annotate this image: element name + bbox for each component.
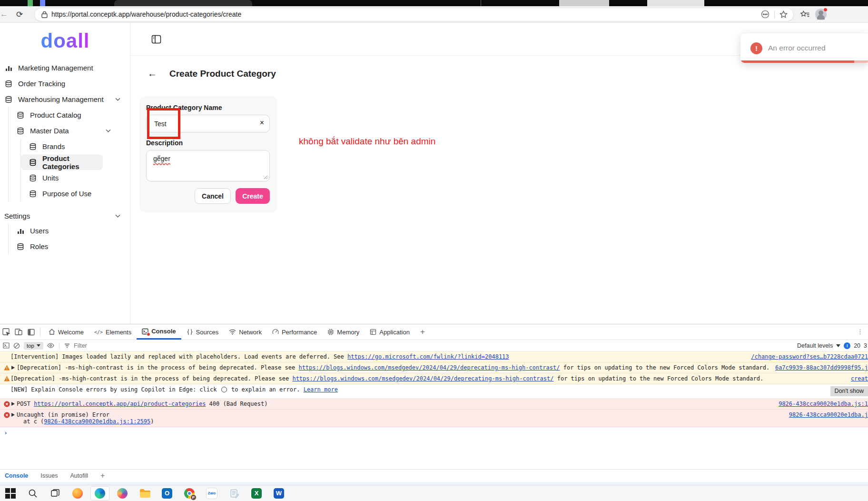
device-toolbar-icon[interactable] [12, 324, 25, 340]
back-icon[interactable]: ← [0, 10, 7, 19]
error-toast[interactable]: ! An error occurred [740, 33, 868, 63]
add-tab-button[interactable]: + [415, 324, 430, 340]
source-link[interactable]: 9826-438cca90020e1dba.js:1 [779, 401, 868, 407]
drawer-tab-issues[interactable]: Issues [40, 472, 58, 479]
tab-memory[interactable]: Memory [322, 324, 365, 340]
sidebar-item-master-data[interactable]: Master Data [9, 123, 130, 139]
expand-arrow-icon[interactable] [11, 402, 15, 406]
sidebar-item-users[interactable]: Users [9, 223, 130, 239]
tab-sources[interactable]: Sources [181, 324, 224, 340]
expand-arrow-icon[interactable] [11, 413, 15, 417]
console-row-uncaught-error[interactable]: Uncaught (in promise) Error at c (9826-4… [0, 410, 868, 427]
taskbar-outlook-icon[interactable]: O [161, 488, 173, 499]
sidebar-group-settings: Users Roles [8, 223, 130, 254]
console-prompt-chevron[interactable]: › [0, 427, 868, 436]
taskbar-file-explorer-icon[interactable] [139, 488, 150, 499]
description-textarea[interactable]: gểger [146, 150, 270, 181]
url-text[interactable]: https://portal.conceptk.app/warehouse/pr… [51, 10, 761, 18]
console-row-deprecation-1[interactable]: [Deprecation] -ms-high-contrast is in th… [0, 362, 868, 373]
divider [40, 327, 40, 337]
tab-welcome[interactable]: Welcome [43, 324, 89, 340]
sidebar-item-units[interactable]: Units [21, 170, 130, 186]
dont-show-button[interactable]: Don't show [830, 386, 868, 396]
cancel-button[interactable]: Cancel [195, 188, 231, 204]
taskbar-firefox-icon[interactable] [72, 488, 83, 499]
drawer-tab-autofill[interactable]: Autofill [70, 472, 88, 479]
ellipsis-circle-icon[interactable] [761, 10, 769, 19]
console-link[interactable]: https://portal.conceptk.app/api/product-… [34, 401, 206, 407]
sidebar-item-roles[interactable]: Roles [9, 239, 130, 254]
favorites-bar-icon[interactable] [800, 10, 809, 19]
task-view-icon[interactable] [49, 488, 61, 499]
tab-application[interactable]: Application [365, 324, 415, 340]
issues-icon[interactable]: ! [844, 342, 850, 349]
taskbar-copilot-icon[interactable] [117, 488, 128, 499]
taskbar-notepad-icon[interactable] [228, 488, 240, 499]
console-link[interactable]: https://blogs.windows.com/msedgedev/2024… [292, 375, 553, 382]
sidebar-item-product-catalog[interactable]: Product Catalog [9, 107, 130, 123]
console-row-intervention[interactable]: [Intervention] Images loaded lazily and … [0, 351, 868, 362]
source-link[interactable]: 9826-438cca90020e1dba.j [789, 411, 868, 418]
inspect-icon[interactable] [0, 324, 12, 340]
source-link[interactable]: /change-password?ses…b7228cdaa0721 [751, 353, 868, 360]
console-row-post-error[interactable]: POST https://portal.conceptk.app/api/pro… [0, 399, 868, 410]
context-selector[interactable]: top [24, 342, 43, 350]
sidebar-item-marketing-management[interactable]: Marketing Management [0, 60, 130, 76]
console-row-copilot[interactable]: [NEW] Explain Console errors by using Co… [0, 384, 868, 399]
console-link[interactable]: https://blogs.windows.com/msedgedev/2024… [298, 364, 560, 371]
clear-console-icon[interactable] [13, 342, 20, 349]
sidebar-section-settings[interactable]: Settings [0, 209, 130, 223]
search-icon[interactable] [27, 488, 39, 499]
dock-panel-icon[interactable] [25, 324, 37, 340]
taskbar-zalo-icon[interactable]: Zalo [206, 488, 217, 499]
sidebar-toggle-icon[interactable] [151, 34, 161, 44]
chevron-down-icon[interactable] [115, 98, 120, 101]
drawer-tab-console[interactable]: Console [5, 472, 28, 479]
taskbar-word-icon[interactable]: W [273, 488, 285, 499]
browser-tab[interactable] [559, 0, 609, 6]
source-link[interactable]: 6a7c9939-88ac307dd9998f95.j [775, 364, 868, 371]
start-button-icon[interactable] [5, 488, 16, 499]
drawer-add-tab[interactable]: + [100, 471, 105, 480]
back-arrow-icon[interactable]: ← [148, 68, 157, 79]
sidebar-item-label: Units [42, 174, 59, 182]
stack-frame-link[interactable]: 9826-438cca90020e1dba.js:1:2595 [44, 418, 150, 425]
url-pill[interactable]: https://portal.conceptk.app/warehouse/pr… [34, 8, 794, 21]
sidebar-item-purpose-of-use[interactable]: Purpose of Use [21, 186, 130, 201]
chevron-down-icon[interactable] [106, 129, 111, 132]
spacer [3, 386, 10, 387]
refresh-icon[interactable]: ⟳ [12, 10, 27, 20]
sidebar-item-order-tracking[interactable]: Order Tracking [0, 76, 130, 91]
resize-handle-icon[interactable] [264, 175, 268, 180]
warning-triangle-icon [3, 375, 10, 381]
more-options-icon[interactable]: ⋮ [857, 328, 864, 335]
tab-elements[interactable]: </> Elements [89, 324, 137, 340]
default-levels-label[interactable]: Default levels [797, 342, 833, 349]
filter-input[interactable] [74, 342, 217, 349]
browser-tab[interactable] [647, 0, 704, 6]
console-row-deprecation-2[interactable]: [Deprecation] -ms-high-contrast is in th… [0, 373, 868, 384]
console-sidebar-icon[interactable] [3, 342, 10, 349]
source-link[interactable]: creat [851, 375, 868, 382]
learn-more-link[interactable]: Learn more [304, 386, 338, 393]
sidebar-item-label: Roles [30, 242, 48, 250]
browser-tab[interactable] [114, 0, 252, 6]
taskbar-edge-active-tile[interactable] [90, 486, 109, 501]
taskbar-chrome-icon[interactable]: P [184, 488, 195, 499]
error-badge [147, 332, 150, 336]
sidebar-item-product-categories[interactable]: Product Categories [21, 154, 103, 170]
expand-arrow-icon[interactable] [11, 366, 15, 370]
profile-avatar[interactable] [815, 9, 827, 20]
tab-network[interactable]: Network [224, 324, 267, 340]
bookmark-star-icon[interactable] [779, 10, 788, 19]
create-button[interactable]: Create [236, 188, 270, 204]
chevron-down-icon[interactable] [115, 214, 120, 218]
tab-performance[interactable]: Performance [267, 324, 322, 340]
tab-console[interactable]: Console [137, 324, 181, 340]
console-link[interactable]: https://go.microsoft.com/fwlink/?linkid=… [347, 353, 509, 360]
sidebar-item-brands[interactable]: Brands [21, 139, 130, 154]
taskbar-excel-icon[interactable]: X [251, 488, 262, 499]
live-expression-eye-icon[interactable] [47, 343, 54, 348]
sidebar-item-warehousing-management[interactable]: Warehousing Management [0, 91, 130, 107]
clear-input-icon[interactable]: × [260, 119, 264, 127]
